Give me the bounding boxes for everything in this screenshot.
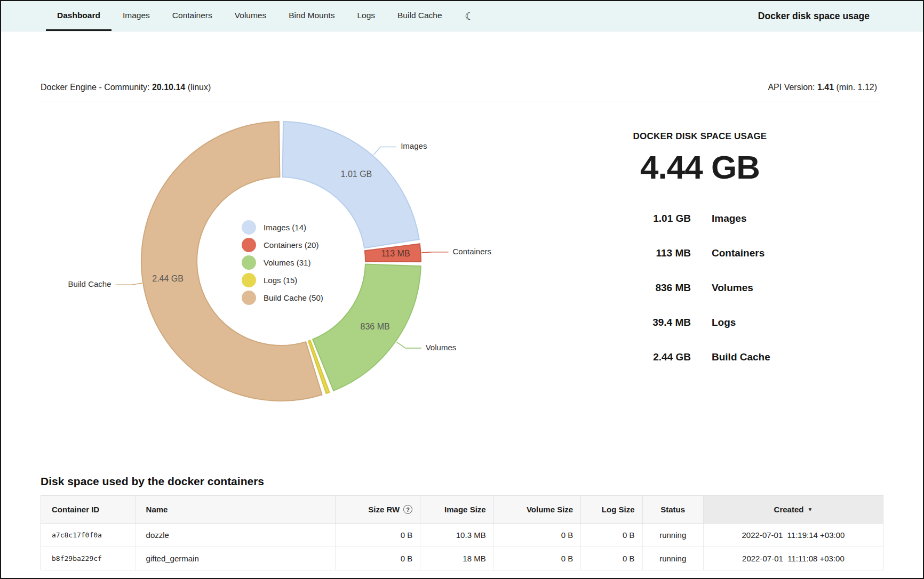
legend-swatch-logs bbox=[242, 273, 256, 287]
cell-container-id: a7c8c17f0f0a bbox=[41, 524, 136, 547]
cell-name: gifted_germain bbox=[135, 547, 335, 570]
callout-label-images: Images bbox=[401, 141, 427, 150]
tab-bind-mounts[interactable]: Bind Mounts bbox=[277, 1, 346, 31]
legend-swatch-build-cache bbox=[242, 291, 256, 305]
dark-mode-toggle[interactable]: ☾ bbox=[462, 1, 477, 31]
sort-desc-icon: ▼ bbox=[807, 506, 813, 512]
slice-size-label-images: 1.01 GB bbox=[341, 170, 372, 179]
callout-line-images bbox=[373, 147, 396, 155]
top-nav: Dashboard Images Containers Volumes Bind… bbox=[1, 1, 923, 31]
tab-containers[interactable]: Containers bbox=[161, 1, 224, 31]
containers-table-heading: Disk space used by the docker containers bbox=[41, 475, 883, 488]
chart-legend: Images (14)Containers (20)Volumes (31)Lo… bbox=[242, 220, 323, 305]
legend-item-images[interactable]: Images (14) bbox=[242, 220, 323, 235]
legend-item-build-cache[interactable]: Build Cache (50) bbox=[242, 290, 323, 305]
summary-value: 836 MB bbox=[583, 282, 691, 294]
summary-row-containers: 113 MB Containers bbox=[583, 236, 817, 270]
cell-size-rw: 0 B bbox=[335, 524, 420, 547]
legend-item-containers[interactable]: Containers (20) bbox=[242, 237, 323, 252]
engine-info-row: Docker Engine - Community: 20.10.14 (lin… bbox=[41, 31, 883, 101]
tab-images[interactable]: Images bbox=[111, 1, 161, 31]
callout-line-volumes bbox=[396, 342, 421, 348]
legend-label: Images (14) bbox=[264, 223, 306, 232]
moon-icon: ☾ bbox=[465, 10, 474, 22]
containers-table: Container ID Name Size RW? Image Size Vo… bbox=[41, 495, 883, 570]
api-version-label: API Version: bbox=[768, 83, 815, 92]
legend-label: Logs (15) bbox=[264, 276, 297, 285]
summary-row-images: 1.01 GB Images bbox=[583, 201, 817, 236]
legend-swatch-volumes bbox=[242, 255, 256, 270]
legend-label: Containers (20) bbox=[264, 240, 318, 250]
legend-label: Build Cache (50) bbox=[264, 293, 323, 302]
col-header-log-size[interactable]: Log Size bbox=[581, 496, 642, 524]
callout-label-build-cache: Build Cache bbox=[68, 279, 111, 288]
col-label: Status bbox=[660, 505, 685, 514]
cell-name: dozzle bbox=[135, 524, 335, 547]
col-label: Size RW bbox=[368, 505, 400, 514]
col-header-size-rw[interactable]: Size RW? bbox=[335, 496, 420, 524]
cell-status: running bbox=[642, 547, 703, 570]
col-header-container-id[interactable]: Container ID bbox=[41, 496, 136, 524]
cell-volume-size: 0 B bbox=[493, 547, 581, 570]
slice-size-label-build-cache: 2.44 GB bbox=[152, 274, 184, 283]
engine-info: Docker Engine - Community: 20.10.14 (lin… bbox=[41, 83, 211, 92]
main-content: Docker Engine - Community: 20.10.14 (lin… bbox=[1, 31, 923, 570]
col-label: Image Size bbox=[444, 505, 486, 514]
col-label: Created bbox=[774, 505, 804, 514]
col-header-image-size[interactable]: Image Size bbox=[420, 496, 493, 524]
callout-line-containers bbox=[422, 252, 449, 253]
table-row: b8f29ba229cf gifted_germain 0 B 18 MB 0 … bbox=[41, 547, 883, 570]
cell-created: 2022-07-01 11:11:08 +03:00 bbox=[703, 547, 883, 570]
help-icon[interactable]: ? bbox=[403, 505, 412, 514]
summary-label: Containers bbox=[712, 247, 764, 259]
table-row: a7c8c17f0f0a dozzle 0 B 10.3 MB 0 B 0 B … bbox=[41, 524, 883, 547]
legend-swatch-images bbox=[242, 220, 256, 235]
col-header-created[interactable]: Created▼ bbox=[703, 496, 883, 524]
app-window: Dashboard Images Containers Volumes Bind… bbox=[0, 0, 924, 579]
legend-item-logs[interactable]: Logs (15) bbox=[242, 272, 323, 287]
legend-item-volumes[interactable]: Volumes (31) bbox=[242, 255, 323, 270]
engine-version: 20.10.14 bbox=[152, 83, 185, 92]
tab-build-cache[interactable]: Build Cache bbox=[386, 1, 453, 31]
col-label: Volume Size bbox=[527, 505, 573, 514]
engine-label: Docker Engine - Community: bbox=[41, 83, 150, 92]
cell-created: 2022-07-01 11:19:14 +03:00 bbox=[703, 524, 883, 547]
cell-log-size: 0 B bbox=[581, 524, 642, 547]
cell-log-size: 0 B bbox=[581, 547, 642, 570]
col-header-name[interactable]: Name bbox=[135, 496, 335, 524]
disk-usage-summary: DOCKER DISK SPACE USAGE 4.44 GB 1.01 GB … bbox=[583, 131, 817, 374]
summary-value: 113 MB bbox=[583, 247, 691, 259]
col-label: Log Size bbox=[602, 505, 635, 514]
engine-os: (linux) bbox=[188, 83, 211, 92]
cell-size-rw: 0 B bbox=[335, 547, 420, 570]
summary-row-build-cache: 2.44 GB Build Cache bbox=[583, 340, 817, 374]
nav-tabs: Dashboard Images Containers Volumes Bind… bbox=[46, 1, 453, 31]
api-version-info: API Version: 1.41 (min. 1.12) bbox=[768, 83, 883, 92]
api-version-value: 1.41 bbox=[817, 83, 834, 92]
slice-size-label-containers: 113 MB bbox=[381, 249, 410, 258]
cell-image-size: 10.3 MB bbox=[420, 524, 493, 547]
tab-dashboard[interactable]: Dashboard bbox=[46, 1, 111, 31]
app-title: Docker disk space usage bbox=[758, 1, 923, 31]
callout-line-build-cache bbox=[116, 283, 142, 285]
api-version-min: (min. 1.12) bbox=[837, 83, 877, 92]
legend-label: Volumes (31) bbox=[264, 258, 310, 267]
col-label: Name bbox=[146, 505, 168, 514]
tab-logs[interactable]: Logs bbox=[346, 1, 386, 31]
summary-label: Images bbox=[712, 213, 746, 224]
summary-value: 1.01 GB bbox=[583, 213, 691, 224]
col-header-status[interactable]: Status bbox=[642, 496, 703, 524]
cell-image-size: 18 MB bbox=[420, 547, 493, 570]
summary-label: Build Cache bbox=[712, 351, 770, 363]
col-header-volume-size[interactable]: Volume Size bbox=[493, 496, 581, 524]
tab-volumes[interactable]: Volumes bbox=[224, 1, 277, 31]
summary-total: 4.44 GB bbox=[583, 148, 817, 186]
disk-usage-section: 1.01 GBImages113 MBContainers836 MBVolum… bbox=[41, 101, 883, 461]
summary-rows: 1.01 GB Images 113 MB Containers 836 MB … bbox=[583, 201, 817, 374]
legend-swatch-containers bbox=[242, 238, 256, 252]
summary-label: Logs bbox=[712, 317, 736, 328]
summary-label: Volumes bbox=[712, 282, 753, 294]
callout-label-volumes: Volumes bbox=[426, 343, 457, 352]
summary-row-logs: 39.4 MB Logs bbox=[583, 305, 817, 340]
callout-label-containers: Containers bbox=[453, 247, 492, 256]
